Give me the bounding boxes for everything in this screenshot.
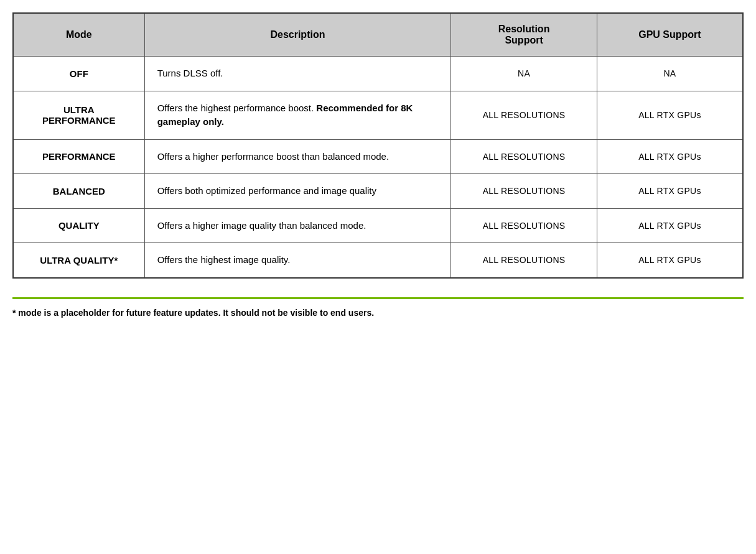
desc-ultra-performance: Offers the highest performance boost. Re…	[144, 91, 451, 139]
mode-ultra-performance: ULTRAPERFORMANCE	[13, 91, 144, 139]
table-row: QUALITY Offers a higher image quality th…	[13, 208, 743, 243]
desc-performance: Offers a higher performance boost than b…	[144, 139, 451, 174]
table-row: ULTRA QUALITY* Offers the highest image …	[13, 243, 743, 278]
header-description: Description	[144, 13, 451, 57]
table-row: ULTRAPERFORMANCE Offers the highest perf…	[13, 91, 743, 139]
header-mode: Mode	[13, 13, 144, 57]
page-wrapper: Mode Description ResolutionSupport GPU S…	[12, 12, 744, 320]
desc-quality: Offers a higher image quality than balan…	[144, 208, 451, 243]
resolution-balanced: ALL RESOLUTIONS	[451, 174, 597, 209]
table-header-row: Mode Description ResolutionSupport GPU S…	[13, 13, 743, 57]
mode-balanced: BALANCED	[13, 174, 144, 209]
table-row: OFF Turns DLSS off. NA NA	[13, 57, 743, 91]
gpu-off: NA	[597, 57, 743, 91]
dlss-modes-table: Mode Description ResolutionSupport GPU S…	[12, 12, 744, 279]
bold-text: Recommended for 8K gameplay only.	[157, 103, 413, 127]
resolution-ultra-performance: ALL RESOLUTIONS	[451, 91, 597, 139]
mode-ultra-quality: ULTRA QUALITY*	[13, 243, 144, 278]
gpu-quality: ALL RTX GPUs	[597, 208, 743, 243]
header-resolution: ResolutionSupport	[451, 13, 597, 57]
gpu-balanced: ALL RTX GPUs	[597, 174, 743, 209]
gpu-ultra-performance: ALL RTX GPUs	[597, 91, 743, 139]
desc-ultra-quality: Offers the highest image quality.	[144, 243, 451, 278]
gpu-ultra-quality: ALL RTX GPUs	[597, 243, 743, 278]
desc-balanced: Offers both optimized performance and im…	[144, 174, 451, 209]
table-row: PERFORMANCE Offers a higher performance …	[13, 139, 743, 174]
resolution-quality: ALL RESOLUTIONS	[451, 208, 597, 243]
resolution-performance: ALL RESOLUTIONS	[451, 139, 597, 174]
desc-off: Turns DLSS off.	[144, 57, 451, 91]
footnote-text: * mode is a placeholder for future featu…	[12, 307, 744, 320]
gpu-performance: ALL RTX GPUs	[597, 139, 743, 174]
resolution-ultra-quality: ALL RESOLUTIONS	[451, 243, 597, 278]
mode-quality: QUALITY	[13, 208, 144, 243]
footnote-section: * mode is a placeholder for future featu…	[12, 297, 744, 320]
mode-performance: PERFORMANCE	[13, 139, 144, 174]
header-gpu: GPU Support	[597, 13, 743, 57]
mode-off: OFF	[13, 57, 144, 91]
table-row: BALANCED Offers both optimized performan…	[13, 174, 743, 209]
resolution-off: NA	[451, 57, 597, 91]
